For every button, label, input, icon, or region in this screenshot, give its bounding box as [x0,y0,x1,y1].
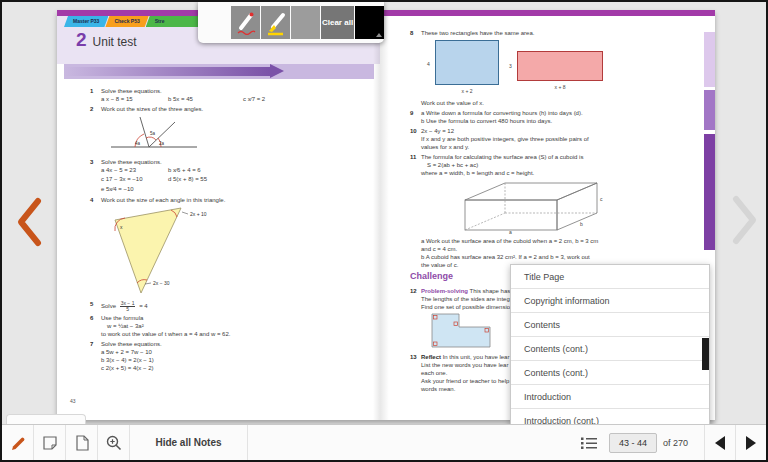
unit-title: Unit test [93,35,137,49]
q3-number: 3 [90,158,101,194]
right-triangle-icon [746,436,756,450]
annotation-toolbar: Clear all [198,2,384,43]
q1-part-a: a x − 8 = 15 [101,95,168,103]
blue-rectangle [435,40,499,85]
edge-tab-light [704,32,715,87]
previous-page-button[interactable] [704,425,735,460]
highlighter-tool-button[interactable] [261,6,290,39]
q11-number: 11 [410,153,421,269]
toc-item[interactable]: Title Page [511,265,709,289]
cuboid-diagram: a b c [459,178,634,234]
q11-part-a-line1: a Work out the surface area of the cuboi… [421,237,708,245]
toc-item[interactable]: Copyright information [511,289,709,313]
zoom-in-icon [105,434,123,452]
page-range-input[interactable]: 43 - 44 [609,433,657,453]
q11-part-a-line2: and c = 4 cm. [421,245,708,253]
rect2-height-label: 3 [509,62,512,70]
q6-line3: to work out the value of t when a = 4 an… [101,330,372,338]
q9-number: 9 [410,109,421,125]
edge-tab-dark [704,134,715,250]
clear-all-button[interactable]: Clear all [321,6,354,39]
pen-icon [234,10,258,36]
zoom-tool-button[interactable] [98,425,130,460]
draw-tool-button[interactable] [2,425,34,460]
triangle-angle-bottom: 2x − 30 [153,280,170,286]
eraser-tool-button[interactable] [291,6,320,39]
q1-number: 1 [90,87,101,103]
q1-text: Solve these equations. [101,87,372,95]
angle-label-3: 2a [159,141,165,146]
q13-number: 13 [410,353,421,393]
angle-label-2: 5a [150,131,156,136]
q5-fraction: 3x − 1 5 [120,301,136,312]
q10-line3: values for x and y. [421,143,708,151]
toc-item[interactable]: Contents (cont.) [511,361,709,385]
document-icon [73,434,91,452]
l-shape-diagram [431,313,495,349]
next-page-button[interactable] [735,425,766,460]
question-7: 7 Solve these equations. a 5w + 2 = 7w −… [90,340,372,372]
page-total-label: of 270 [663,438,688,448]
pen-tool-button[interactable] [231,6,260,39]
hide-all-notes-button[interactable]: Hide all Notes [130,425,248,460]
q2-text: Work out the sizes of the three angles. [101,105,372,113]
ebook-viewer-window: Master P33 Check P53 Stre 2Unit test 1 S… [0,0,768,462]
q4-number: 4 [90,196,101,298]
swatch-dropdown-icon [376,33,382,37]
page-navigation-group: 43 - 44 of 270 [609,425,704,460]
question-3: 3 Solve these equations. a 4x − 5 = 23 b… [90,158,372,194]
q11-formula: S = 2(ab + bc + ac) [427,161,708,169]
rect1-width-label: x + 2 [435,87,499,95]
color-swatch-button[interactable] [355,6,384,39]
q7-text: Solve these equations. [101,340,372,348]
previous-page-chevron[interactable] [14,196,46,248]
q1-part-b: b 5x = 45 [168,95,243,103]
cuboid-label-c: c [600,196,603,202]
q3-text: Solve these equations. [101,158,372,166]
notes-tool-button[interactable] [34,425,66,460]
question-6: 6 Use the formula w = ½at − 3a² to work … [90,314,372,338]
q6-text: Use the formula [101,314,372,322]
q3-part-c: c 17 − 3x = −10 [101,175,168,184]
tab-master: Master P33 [64,16,108,27]
q2-number: 2 [90,105,101,156]
cuboid-label-a: a [509,229,512,234]
q10-equation: 2x − 4y = 12 [421,127,708,135]
pink-rectangle [517,51,603,81]
q8-number: 8 [410,29,421,107]
q3-part-d: d 5(x + 8) = 55 [168,175,207,184]
q9-part-b: b Use the formula to convert 480 hours i… [421,117,708,125]
question-10: 10 2x − 4y = 12 If x and y are both posi… [410,127,708,151]
rect2-width-label: x + 8 [517,83,603,91]
toc-item[interactable]: Introduction [511,385,709,409]
angles-diagram: 4a 5a 2a [109,114,209,154]
edge-tab-medium [704,90,715,130]
rectangles-diagram: 4 x + 2 3 x + 8 [421,38,708,98]
pencil-icon [9,434,27,452]
question-9: 9 a Write down a formula for converting … [410,109,708,125]
q12-keyword: Problem-solving [421,288,468,294]
question-1: 1 Solve these equations. a x − 8 = 15 b … [90,87,372,103]
toc-list-button[interactable] [569,425,609,460]
q13-text: In this unit, you have lear [443,354,510,360]
arrow-body [64,67,270,76]
angle-label-1: 4a [135,141,141,146]
question-8: 8 These two rectangles have the same are… [410,29,708,107]
toc-scrollbar-thumb[interactable] [702,338,709,370]
page-fold-shadow [373,10,389,420]
q7-number: 7 [90,340,101,372]
header-arrow-bar [64,64,374,79]
bottom-toolbar: Hide all Notes 43 - 44 of 270 [2,424,766,460]
q5-text: Solve [101,303,116,309]
q6-number: 6 [90,314,101,338]
q10-line2: If x and y are both positive integers, g… [421,135,708,143]
question-5: 5 Solve 3x − 1 5 = 4 [90,300,372,312]
question-4: 4 Work out the size of each angle in thi… [90,196,372,298]
page-view-button[interactable] [66,425,98,460]
toc-item[interactable]: Contents [511,313,709,337]
q3-part-b: b x⁄6 + 4 = 6 [168,166,201,175]
left-triangle-icon [715,436,725,450]
q1-part-c: c x⁄7 = 2 [243,95,265,103]
next-page-chevron[interactable] [728,194,760,246]
toc-item[interactable]: Contents (cont.) [511,337,709,361]
